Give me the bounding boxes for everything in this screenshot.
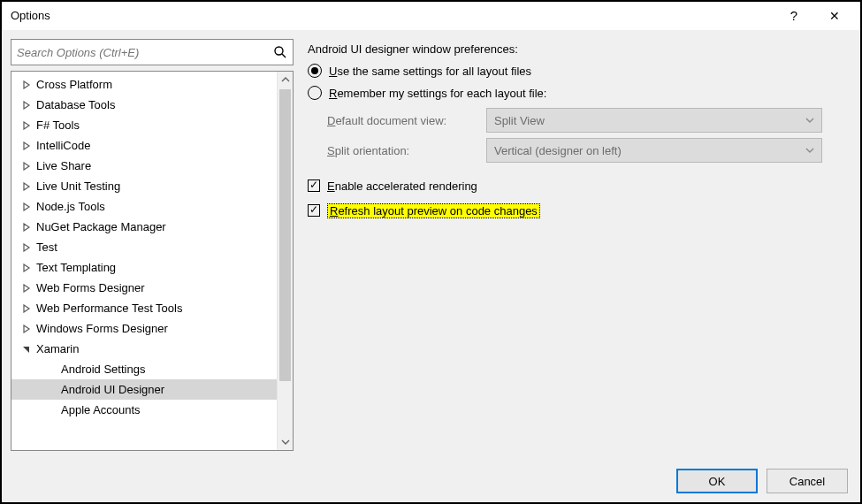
ok-button[interactable]: OK: [676, 469, 758, 493]
titlebar: Options ? ✕: [2, 2, 860, 30]
content-area: Cross PlatformDatabase ToolsF# ToolsInte…: [2, 30, 860, 460]
remember-sub-options: Default document view: Split View Split …: [308, 108, 846, 163]
collapsed-icon[interactable]: [20, 304, 33, 313]
checkbox-refresh[interactable]: Refresh layout preview on code changes: [308, 202, 846, 219]
tree-item-label: Web Forms Designer: [33, 281, 145, 294]
tree-item[interactable]: Live Share: [11, 156, 277, 176]
tree-item[interactable]: NuGet Package Manager: [11, 217, 277, 237]
checkbox-refresh-label: Refresh layout preview on code changes: [327, 203, 540, 218]
tree-item[interactable]: Android Settings: [11, 359, 277, 379]
split-orient-value: Vertical (designer on left): [494, 144, 622, 157]
tree-item-label: Database Tools: [33, 98, 115, 111]
tree-item-label: Test: [33, 241, 57, 254]
checkbox-icon: [308, 204, 320, 217]
scroll-down-icon[interactable]: [278, 434, 294, 450]
window-title: Options: [11, 9, 774, 22]
collapsed-icon[interactable]: [20, 223, 33, 232]
help-button[interactable]: ?: [774, 3, 814, 29]
options-tree-inner: Cross PlatformDatabase ToolsF# ToolsInte…: [11, 72, 277, 450]
chevron-down-icon: [805, 146, 814, 155]
tree-item[interactable]: Live Unit Testing: [11, 176, 277, 196]
tree-item[interactable]: Android UI Designer: [11, 379, 277, 400]
split-orient-combo[interactable]: Vertical (designer on left): [486, 138, 822, 163]
radio-icon: [308, 86, 322, 100]
tree-item[interactable]: IntelliCode: [11, 135, 277, 156]
search-field-wrap: [11, 39, 294, 65]
tree-item-label: Android UI Designer: [57, 383, 164, 396]
tree-item-label: Xamarin: [33, 342, 79, 355]
tree-item-label: Android Settings: [57, 363, 145, 376]
radio-use-same[interactable]: Use the same settings for all layout fil…: [308, 61, 846, 80]
default-view-value: Split View: [494, 114, 545, 127]
options-dialog: Options ? ✕ Cross PlatformDatabase Tools…: [0, 0, 862, 504]
tree-item-label: Text Templating: [33, 261, 116, 274]
radio-icon: [308, 64, 322, 78]
tree-item-label: F# Tools: [33, 118, 80, 132]
search-icon[interactable]: [273, 45, 287, 59]
scroll-thumb[interactable]: [279, 89, 291, 381]
tree-item-label: Cross Platform: [33, 78, 112, 91]
collapsed-icon[interactable]: [20, 202, 33, 211]
svg-point-0: [275, 47, 283, 55]
prefs-heading: Android UI designer window preferences:: [308, 42, 846, 56]
tree-item-label: IntelliCode: [33, 139, 90, 152]
svg-line-1: [282, 54, 286, 57]
right-column: Android UI designer window preferences: …: [304, 39, 851, 451]
tree-item[interactable]: Test: [11, 237, 277, 257]
checkbox-accelerated[interactable]: Enable accelerated rendering: [308, 177, 846, 195]
help-icon: ?: [790, 8, 797, 23]
collapsed-icon[interactable]: [20, 80, 33, 89]
collapsed-icon[interactable]: [20, 325, 33, 333]
collapsed-icon[interactable]: [20, 243, 33, 252]
chevron-down-icon: [805, 116, 814, 125]
radio-remember[interactable]: Remember my settings for each layout fil…: [308, 83, 846, 103]
cancel-button[interactable]: Cancel: [767, 469, 848, 493]
close-icon: ✕: [829, 9, 840, 23]
tree-item-label: Windows Forms Designer: [33, 322, 168, 335]
tree-item[interactable]: Database Tools: [11, 95, 277, 115]
tree-item[interactable]: Apple Accounts: [11, 400, 277, 420]
checkbox-icon: [308, 179, 320, 192]
collapsed-icon[interactable]: [20, 284, 33, 293]
tree-item[interactable]: Text Templating: [11, 257, 277, 278]
radio-remember-label: Remember my settings for each layout fil…: [329, 87, 546, 100]
close-button[interactable]: ✕: [814, 3, 855, 29]
tree-item[interactable]: F# Tools: [11, 115, 277, 135]
checkbox-accelerated-label: Enable accelerated rendering: [327, 179, 477, 193]
scroll-up-icon[interactable]: [278, 72, 294, 88]
default-view-row: Default document view: Split View: [327, 108, 846, 133]
left-column: Cross PlatformDatabase ToolsF# ToolsInte…: [11, 39, 294, 451]
radio-use-same-label: Use the same settings for all layout fil…: [329, 65, 531, 78]
tree-item[interactable]: Node.js Tools: [11, 196, 277, 217]
tree-item[interactable]: Cross Platform: [11, 74, 277, 95]
split-orient-row: Split orientation: Vertical (designer on…: [327, 138, 846, 163]
tree-item-label: Web Performance Test Tools: [33, 302, 182, 315]
collapsed-icon[interactable]: [20, 101, 33, 110]
collapsed-icon[interactable]: [20, 182, 33, 191]
tree-item-label: Node.js Tools: [33, 200, 105, 213]
default-view-label: Default document view:: [327, 114, 477, 127]
tree-item[interactable]: Web Forms Designer: [11, 278, 277, 298]
tree-item-label: Apple Accounts: [57, 403, 141, 416]
options-tree: Cross PlatformDatabase ToolsF# ToolsInte…: [11, 71, 294, 451]
tree-item-label: NuGet Package Manager: [33, 220, 166, 233]
collapsed-icon[interactable]: [20, 162, 33, 171]
default-view-combo[interactable]: Split View: [486, 108, 822, 133]
dialog-footer: OK Cancel: [2, 460, 860, 502]
collapsed-icon[interactable]: [20, 141, 33, 150]
tree-item[interactable]: Web Performance Test Tools: [11, 298, 277, 318]
tree-item[interactable]: Windows Forms Designer: [11, 318, 277, 339]
tree-item[interactable]: Xamarin: [11, 339, 277, 359]
expanded-icon[interactable]: [20, 345, 33, 354]
collapsed-icon[interactable]: [20, 263, 33, 272]
collapsed-icon[interactable]: [20, 121, 33, 130]
search-input[interactable]: [11, 40, 293, 65]
tree-item-label: Live Share: [33, 159, 91, 172]
tree-item-label: Live Unit Testing: [33, 179, 120, 193]
split-orient-label: Split orientation:: [327, 144, 477, 157]
tree-scrollbar[interactable]: [277, 72, 293, 450]
